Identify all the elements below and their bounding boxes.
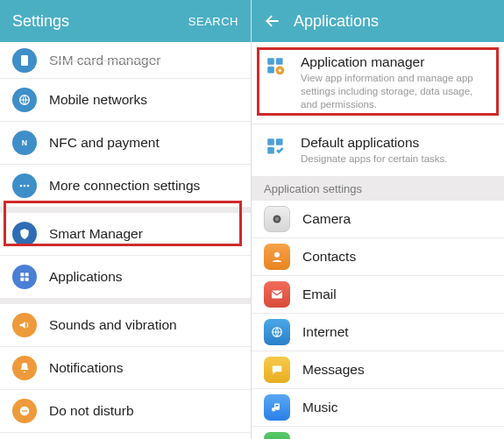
dnd-row[interactable]: Do not disturb — [0, 390, 251, 433]
back-icon[interactable] — [264, 12, 281, 30]
contact-icon — [264, 244, 290, 270]
mobile-networks-row[interactable]: Mobile networks — [0, 79, 251, 122]
smart-manager-row[interactable]: Smart Manager — [0, 213, 251, 256]
sim-card-manager-row[interactable]: SIM card manager — [0, 42, 251, 79]
svg-point-5 — [27, 185, 30, 188]
email-label: Email — [302, 287, 337, 302]
email-icon — [264, 281, 290, 308]
camera-label: Camera — [302, 211, 351, 227]
applications-label: Applications — [49, 269, 123, 285]
svg-rect-23 — [267, 147, 274, 154]
internet-icon — [264, 319, 290, 345]
applications-row[interactable]: Applications — [0, 256, 251, 299]
sim-label: SIM card manager — [49, 53, 161, 68]
application-manager-row[interactable]: Application manager View app information… — [252, 42, 504, 124]
notifications-row[interactable]: Notifications — [0, 347, 251, 390]
svg-rect-7 — [25, 273, 29, 276]
smart-manager-label: Smart Manager — [49, 226, 143, 242]
settings-header: Settings SEARCH — [0, 0, 251, 42]
svg-rect-11 — [22, 410, 28, 411]
sound-icon — [12, 313, 37, 337]
contacts-label: Contacts — [302, 249, 356, 265]
nfc-label: NFC and payment — [49, 135, 160, 151]
display-row[interactable]: Display — [0, 433, 251, 439]
default-apps-row[interactable]: Default applications Designate apps for … — [252, 124, 504, 177]
camera-icon — [264, 206, 290, 232]
app-settings-section: Application settings — [252, 177, 504, 201]
svg-rect-18 — [267, 67, 274, 74]
svg-rect-17 — [276, 58, 283, 65]
dnd-icon — [12, 399, 37, 423]
internet-row[interactable]: Internet — [252, 314, 504, 351]
music-icon — [264, 394, 290, 421]
svg-rect-9 — [25, 278, 29, 281]
messages-icon — [264, 357, 290, 383]
phone-icon — [264, 432, 290, 439]
settings-list: SIM card manager Mobile networks N NFC a… — [0, 42, 251, 439]
defapps-icon — [264, 135, 288, 159]
sim-icon — [12, 48, 37, 73]
svg-rect-22 — [276, 138, 283, 145]
svg-text:N: N — [22, 138, 27, 147]
svg-rect-16 — [267, 58, 274, 65]
internet-label: Internet — [302, 324, 349, 340]
appmgr-label: Application manager — [301, 54, 492, 70]
svg-point-3 — [20, 185, 23, 188]
settings-panel: Settings SEARCH SIM card manager Mobile … — [0, 0, 252, 439]
music-row[interactable]: Music — [252, 389, 504, 427]
search-action[interactable]: SEARCH — [188, 15, 238, 28]
contacts-row[interactable]: Contacts — [252, 238, 504, 276]
messages-row[interactable]: Messages — [252, 351, 504, 389]
mobile-networks-label: Mobile networks — [49, 92, 147, 108]
more-connection-label: More connection settings — [49, 178, 200, 194]
svg-point-25 — [275, 217, 280, 222]
music-label: Music — [302, 400, 337, 415]
svg-rect-0 — [21, 55, 28, 66]
messages-label: Messages — [302, 362, 365, 378]
applications-header: Applications — [252, 0, 504, 42]
applications-title: Applications — [294, 12, 379, 31]
phone-row[interactable]: Phone — [252, 427, 504, 439]
svg-rect-6 — [20, 273, 24, 276]
more-connection-row[interactable]: More connection settings — [0, 165, 251, 208]
svg-point-20 — [279, 69, 281, 72]
svg-point-26 — [274, 252, 280, 258]
svg-point-4 — [24, 185, 26, 188]
camera-row[interactable]: Camera — [252, 201, 504, 238]
bell-icon — [12, 356, 37, 380]
shield-icon — [12, 222, 37, 246]
defapps-sub: Designate apps for certain tasks. — [301, 152, 492, 166]
email-row[interactable]: Email — [252, 276, 504, 314]
settings-title: Settings — [12, 12, 69, 31]
notifications-label: Notifications — [49, 360, 123, 376]
dnd-label: Do not disturb — [49, 403, 134, 419]
apps-icon — [12, 265, 37, 289]
more-dots-icon — [12, 173, 37, 198]
sounds-row[interactable]: Sounds and vibration — [0, 304, 251, 347]
svg-rect-21 — [267, 138, 274, 145]
svg-rect-27 — [272, 290, 282, 298]
nfc-payment-row[interactable]: N NFC and payment — [0, 122, 251, 165]
applications-panel: Applications Application manager View ap… — [252, 0, 504, 439]
svg-rect-8 — [20, 278, 24, 281]
globe-icon — [12, 88, 37, 112]
nfc-icon: N — [12, 131, 37, 155]
sounds-label: Sounds and vibration — [49, 317, 177, 333]
defapps-label: Default applications — [301, 135, 492, 151]
appmgr-icon — [264, 54, 288, 79]
appmgr-sub: View app information and manage app sett… — [301, 72, 492, 111]
